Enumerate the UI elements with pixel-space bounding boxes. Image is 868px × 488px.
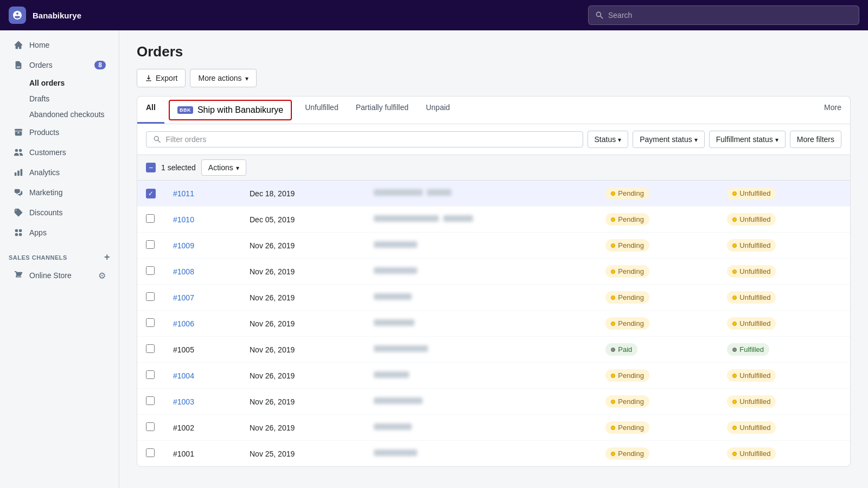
order-id-cell[interactable]: #1009 bbox=[164, 233, 241, 259]
status-filter-button[interactable]: Status bbox=[588, 131, 629, 148]
sidebar-item-analytics[interactable]: Analytics bbox=[4, 163, 114, 182]
tab-ship-with-banabikurye[interactable]: BBK Ship with Banabikurye bbox=[169, 100, 292, 120]
payment-badge: Pending bbox=[605, 421, 649, 434]
checkbox-cell[interactable] bbox=[137, 259, 164, 285]
checkbox-cell[interactable] bbox=[137, 311, 164, 337]
order-checkbox[interactable] bbox=[146, 422, 155, 431]
brand-logo[interactable] bbox=[9, 7, 26, 24]
sidebar-item-all-orders[interactable]: All orders bbox=[4, 75, 114, 91]
deselect-all-checkbox[interactable]: − bbox=[146, 163, 156, 172]
order-id-cell[interactable]: #1008 bbox=[164, 259, 241, 285]
online-store-settings-icon[interactable]: ⚙ bbox=[98, 271, 106, 281]
actions-chevron-icon bbox=[236, 163, 239, 172]
sidebar-item-home[interactable]: Home bbox=[4, 35, 114, 55]
checkbox-cell[interactable]: ✓ bbox=[137, 181, 164, 207]
order-id-cell[interactable]: #1005 bbox=[164, 337, 241, 363]
table-row: #1006 Nov 26, 2019 Pending Unfulfilled bbox=[137, 311, 850, 337]
payment-badge: Pending bbox=[605, 239, 649, 252]
order-id-cell[interactable]: #1001 bbox=[164, 441, 241, 467]
order-link[interactable]: #1010 bbox=[173, 215, 194, 224]
checkbox-cell[interactable] bbox=[137, 207, 164, 233]
sidebar-item-marketing[interactable]: Marketing bbox=[4, 183, 114, 202]
checkbox-cell[interactable] bbox=[137, 233, 164, 259]
checkbox-cell[interactable] bbox=[137, 285, 164, 311]
tab-unpaid[interactable]: Unpaid bbox=[417, 97, 458, 124]
orders-card: Status Payment status Fulfillment status… bbox=[137, 124, 851, 467]
payment-badge: Pending bbox=[605, 213, 649, 226]
payment-badge: Pending bbox=[605, 317, 649, 330]
sidebar-item-drafts[interactable]: Drafts bbox=[4, 91, 114, 106]
fulfillment-status-filter-button[interactable]: Fulfillment status bbox=[709, 131, 786, 148]
search-input[interactable] bbox=[608, 11, 852, 20]
order-link[interactable]: #1009 bbox=[173, 241, 194, 250]
filter-orders-input[interactable] bbox=[166, 135, 576, 144]
sidebar-item-abandoned[interactable]: Abandoned checkouts bbox=[4, 107, 114, 122]
order-checkbox[interactable] bbox=[146, 292, 155, 301]
order-link[interactable]: #1003 bbox=[173, 397, 194, 406]
order-id-cell[interactable]: #1010 bbox=[164, 207, 241, 233]
orders-badge: 8 bbox=[94, 61, 106, 69]
fulfillment-badge: Unfulfilled bbox=[727, 239, 776, 252]
more-actions-button[interactable]: More actions bbox=[190, 69, 256, 87]
order-id-cell[interactable]: #1007 bbox=[164, 285, 241, 311]
fulfillment-dot bbox=[732, 374, 737, 378]
tab-all[interactable]: All bbox=[137, 97, 164, 124]
fulfillment-status-cell: Unfulfilled bbox=[718, 415, 850, 441]
order-checkbox[interactable] bbox=[146, 318, 155, 327]
payment-status-cell: Pending bbox=[597, 207, 718, 233]
sidebar-item-online-store[interactable]: Online Store ⚙ bbox=[4, 266, 114, 285]
order-link[interactable]: #1008 bbox=[173, 267, 194, 276]
table-row: #1004 Nov 26, 2019 Pending Unfulfilled bbox=[137, 363, 850, 389]
order-id: #1002 bbox=[173, 423, 194, 432]
order-checkbox[interactable] bbox=[146, 396, 155, 405]
checkbox-cell[interactable] bbox=[137, 415, 164, 441]
customer-name bbox=[374, 423, 412, 430]
tab-partially-fulfilled[interactable]: Partially fulfilled bbox=[347, 97, 417, 124]
checkbox-cell[interactable] bbox=[137, 337, 164, 363]
export-button[interactable]: Export bbox=[137, 69, 186, 87]
sidebar-item-products[interactable]: Products bbox=[4, 123, 114, 142]
tab-more[interactable]: More bbox=[815, 97, 850, 124]
sidebar-item-orders[interactable]: Orders 8 bbox=[4, 55, 114, 75]
order-date-cell: Nov 26, 2019 bbox=[241, 337, 365, 363]
payment-badge: Pending bbox=[605, 395, 649, 408]
sidebar-item-customers[interactable]: Customers bbox=[4, 143, 114, 162]
sidebar-item-discounts[interactable]: Discounts bbox=[4, 203, 114, 222]
order-link[interactable]: #1007 bbox=[173, 293, 194, 302]
fulfillment-status-cell: Unfulfilled bbox=[718, 441, 850, 467]
payment-dot bbox=[611, 191, 615, 196]
order-link[interactable]: #1011 bbox=[173, 189, 194, 198]
order-id-cell[interactable]: #1003 bbox=[164, 389, 241, 415]
fulfillment-dot bbox=[732, 400, 737, 404]
sidebar-item-apps[interactable]: Apps bbox=[4, 223, 114, 242]
order-checkbox[interactable]: ✓ bbox=[146, 189, 156, 198]
order-checkbox[interactable] bbox=[146, 344, 155, 353]
order-id-cell[interactable]: #1006 bbox=[164, 311, 241, 337]
fulfillment-status-cell: Unfulfilled bbox=[718, 259, 850, 285]
add-sales-channel-icon[interactable]: + bbox=[104, 252, 110, 263]
order-id-cell[interactable]: #1011 bbox=[164, 181, 241, 207]
order-link[interactable]: #1004 bbox=[173, 371, 194, 380]
tab-unfulfilled[interactable]: Unfulfilled bbox=[296, 97, 347, 124]
order-id-cell[interactable]: #1002 bbox=[164, 415, 241, 441]
filter-search-box[interactable] bbox=[146, 131, 583, 147]
order-date-cell: Nov 26, 2019 bbox=[241, 389, 365, 415]
payment-status-filter-button[interactable]: Payment status bbox=[633, 131, 705, 148]
order-checkbox[interactable] bbox=[146, 240, 155, 249]
order-checkbox[interactable] bbox=[146, 370, 155, 379]
order-link[interactable]: #1006 bbox=[173, 319, 194, 328]
payment-badge: Pending bbox=[605, 265, 649, 278]
order-id-cell[interactable]: #1004 bbox=[164, 363, 241, 389]
checkbox-cell[interactable] bbox=[137, 389, 164, 415]
search-bar[interactable] bbox=[588, 5, 859, 25]
checkbox-cell[interactable] bbox=[137, 441, 164, 467]
order-checkbox[interactable] bbox=[146, 266, 155, 275]
checkbox-cell[interactable] bbox=[137, 363, 164, 389]
payment-dot bbox=[611, 348, 615, 352]
fulfillment-badge: Unfulfilled bbox=[727, 213, 776, 226]
more-filters-button[interactable]: More filters bbox=[790, 131, 841, 148]
actions-button[interactable]: Actions bbox=[201, 159, 246, 176]
order-checkbox[interactable] bbox=[146, 214, 155, 223]
order-checkbox[interactable] bbox=[146, 448, 155, 457]
orders-icon bbox=[13, 60, 24, 70]
